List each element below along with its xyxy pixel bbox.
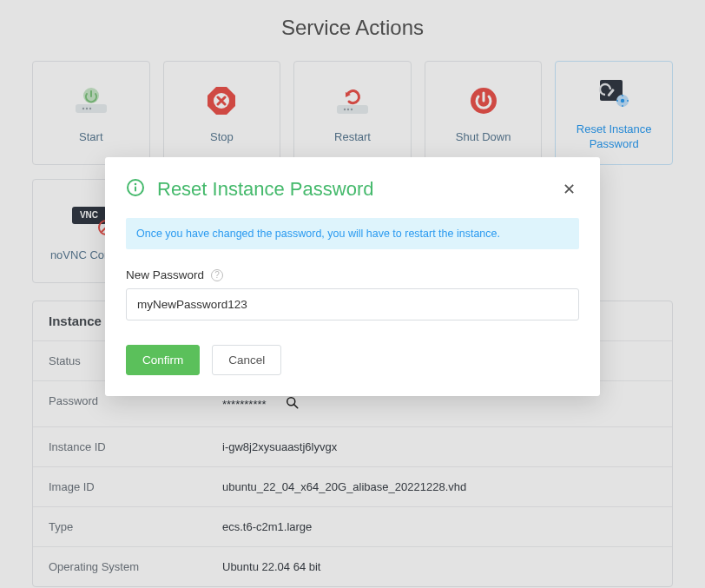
new-password-label: New Password ? — [126, 268, 579, 281]
new-password-label-text: New Password — [126, 268, 204, 281]
help-icon[interactable]: ? — [211, 269, 223, 281]
new-password-input[interactable] — [126, 288, 579, 320]
info-icon — [126, 178, 145, 201]
modal-info-banner: Once you have changed the password, you … — [126, 218, 579, 249]
modal-title: Reset Instance Password — [157, 178, 546, 201]
svg-rect-27 — [135, 187, 136, 192]
cancel-button[interactable]: Cancel — [212, 345, 281, 375]
reset-password-modal: Reset Instance Password ✕ Once you have … — [105, 157, 600, 396]
svg-point-26 — [135, 183, 137, 186]
close-icon[interactable]: ✕ — [558, 180, 579, 199]
confirm-button[interactable]: Confirm — [126, 345, 200, 375]
